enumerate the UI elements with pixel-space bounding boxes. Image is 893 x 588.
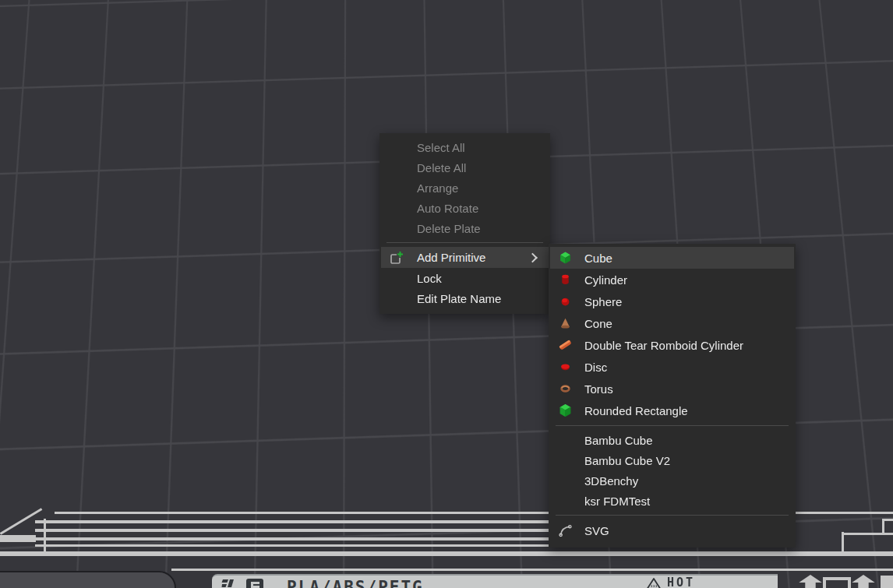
add-primitive-submenu: Cube Cylinder Sphere Cone bbox=[549, 244, 796, 548]
menu-item-delete-all[interactable]: Delete All bbox=[379, 157, 550, 178]
submenu-item-3dbenchy[interactable]: 3DBenchy bbox=[549, 470, 796, 491]
submenu-item-cube[interactable]: Cube bbox=[550, 247, 794, 269]
menu-item-label: Delete Plate bbox=[417, 222, 481, 235]
submenu-item-disc[interactable]: Disc bbox=[549, 356, 796, 378]
plate-qr-mark-icon bbox=[246, 579, 263, 588]
chevron-right-icon bbox=[528, 252, 538, 262]
submenu-item-label: Bambu Cube V2 bbox=[584, 454, 670, 467]
submenu-separator bbox=[556, 515, 789, 516]
svg-curve-icon bbox=[559, 524, 572, 537]
submenu-item-cone[interactable]: Cone bbox=[549, 312, 796, 334]
submenu-item-bambu-cube[interactable]: Bambu Cube bbox=[549, 430, 796, 450]
hot-label: HOT bbox=[667, 577, 695, 588]
disc-icon bbox=[559, 361, 572, 374]
menu-item-label: Lock bbox=[417, 272, 442, 285]
submenu-item-label: Sphere bbox=[584, 295, 622, 308]
plate-stripe bbox=[0, 535, 36, 542]
menu-item-arrange[interactable]: Arrange bbox=[379, 178, 550, 198]
submenu-item-label: Cone bbox=[584, 317, 612, 330]
submenu-item-label: Cube bbox=[584, 252, 612, 265]
romboid-cylinder-icon bbox=[559, 339, 572, 352]
submenu-item-label: 3DBenchy bbox=[584, 474, 638, 488]
submenu-item-cylinder[interactable]: Cylinder bbox=[549, 269, 796, 290]
plate-tick bbox=[44, 519, 46, 555]
submenu-item-label: Bambu Cube bbox=[584, 434, 653, 447]
cylinder-icon bbox=[559, 273, 572, 287]
menu-item-lock[interactable]: Lock bbox=[379, 268, 550, 288]
plate-edge-mark bbox=[881, 576, 893, 588]
plate-context-menu: Select All Delete All Arrange Auto Rotat… bbox=[379, 133, 550, 314]
submenu-item-label: Double Tear Romboid Cylinder bbox=[584, 339, 743, 352]
menu-item-add-primitive[interactable]: Add Primitive bbox=[381, 247, 549, 268]
submenu-item-label: Cylinder bbox=[584, 273, 627, 287]
submenu-item-label: SVG bbox=[584, 524, 609, 537]
cone-icon bbox=[559, 317, 572, 330]
plate-front-edge bbox=[0, 551, 893, 556]
plate-square-mark bbox=[823, 577, 851, 588]
menu-item-auto-rotate[interactable]: Auto Rotate bbox=[379, 198, 550, 218]
torus-icon bbox=[559, 382, 572, 396]
bambu-logo-icon bbox=[221, 579, 240, 588]
submenu-separator bbox=[556, 425, 789, 426]
submenu-item-label: Rounded Rectangle bbox=[584, 404, 688, 417]
menu-item-label: Add Primitive bbox=[417, 251, 485, 264]
menu-item-label: Auto Rotate bbox=[417, 202, 478, 215]
plate-tick bbox=[842, 532, 844, 555]
hot-warning-icon bbox=[645, 577, 662, 588]
submenu-item-bambu-cube-v2[interactable]: Bambu Cube V2 bbox=[549, 450, 796, 470]
submenu-item-rounded-rectangle[interactable]: Rounded Rectangle bbox=[549, 400, 796, 421]
add-primitive-icon bbox=[390, 251, 404, 265]
menu-item-delete-plate[interactable]: Delete Plate bbox=[379, 218, 550, 238]
menu-item-edit-plate-name[interactable]: Edit Plate Name bbox=[379, 288, 550, 308]
menu-item-label: Delete All bbox=[417, 161, 466, 174]
cube-icon bbox=[559, 252, 572, 265]
plate-corner-mark bbox=[882, 519, 893, 535]
sphere-icon bbox=[559, 295, 572, 308]
submenu-item-label: Torus bbox=[584, 382, 613, 396]
plate-handle-tab bbox=[0, 571, 176, 588]
submenu-item-svg[interactable]: SVG bbox=[549, 519, 796, 541]
menu-item-label: Arrange bbox=[417, 181, 458, 195]
menu-separator bbox=[386, 242, 543, 243]
submenu-item-torus[interactable]: Torus bbox=[549, 378, 796, 400]
menu-item-select-all[interactable]: Select All bbox=[379, 137, 550, 157]
plate-label-bar: PLA/ABS/PETG HOT bbox=[212, 574, 778, 588]
submenu-item-label: Disc bbox=[584, 361, 607, 374]
plate-edge-line bbox=[171, 569, 893, 571]
plate-material-label: PLA/ABS/PETG bbox=[287, 579, 424, 588]
submenu-item-sphere[interactable]: Sphere bbox=[549, 290, 796, 312]
menu-item-label: Edit Plate Name bbox=[417, 292, 501, 305]
submenu-item-ksr-fdmtest[interactable]: ksr FDMTest bbox=[549, 491, 796, 511]
submenu-item-label: ksr FDMTest bbox=[584, 495, 650, 508]
submenu-item-double-tear-romboid-cylinder[interactable]: Double Tear Romboid Cylinder bbox=[549, 334, 796, 356]
menu-item-label: Select All bbox=[417, 141, 465, 154]
rounded-rectangle-icon bbox=[559, 404, 572, 417]
